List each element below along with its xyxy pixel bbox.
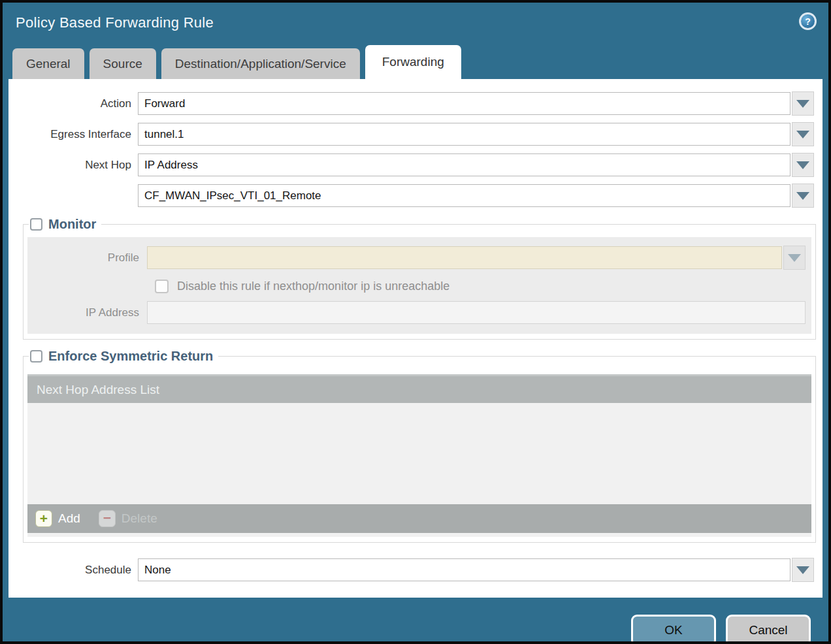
chevron-down-icon xyxy=(796,161,809,169)
minus-icon: − xyxy=(99,510,116,527)
disable-rule-label: Disable this rule if nexthop/monitor ip … xyxy=(177,280,449,293)
delete-button[interactable]: − Delete xyxy=(99,510,157,527)
plus-icon: + xyxy=(35,510,52,527)
monitor-section: Monitor Profile Disable this rule if nex… xyxy=(23,217,816,340)
monitor-legend: Monitor xyxy=(29,217,101,232)
enforce-symmetric-return-legend: Enforce Symmetric Return xyxy=(29,349,218,364)
disable-rule-row: Disable this rule if nexthop/monitor ip … xyxy=(155,280,811,293)
tab-bar: General Source Destination/Application/S… xyxy=(3,43,828,79)
next-hop-address-dropdown-button[interactable] xyxy=(792,184,814,208)
tab-destination-application-service[interactable]: Destination/Application/Service xyxy=(161,48,360,79)
help-icon[interactable]: ? xyxy=(799,12,817,30)
next-hop-type-input[interactable] xyxy=(138,153,790,176)
tab-forwarding[interactable]: Forwarding xyxy=(365,45,461,79)
egress-interface-dropdown-button[interactable] xyxy=(792,122,814,146)
action-dropdown-button[interactable] xyxy=(792,91,814,116)
chevron-down-icon xyxy=(796,100,809,108)
enforce-symmetric-return-checkbox[interactable] xyxy=(30,350,42,362)
next-hop-label: Next Hop xyxy=(8,159,138,172)
next-hop-address-table: Next Hop Address List + Add − Delete xyxy=(27,374,811,537)
next-hop-address-table-header: Next Hop Address List xyxy=(27,376,811,403)
schedule-row: Schedule xyxy=(8,558,814,582)
help-icon-glyph: ? xyxy=(801,14,815,28)
monitor-checkbox[interactable] xyxy=(30,218,42,231)
action-row: Action xyxy=(8,91,814,116)
ok-button[interactable]: OK xyxy=(631,615,716,644)
next-hop-type-dropdown-button[interactable] xyxy=(792,153,814,177)
dialog-title: Policy Based Forwarding Rule xyxy=(16,14,214,31)
table-bottom-strip xyxy=(27,533,811,537)
enforce-symmetric-return-section: Enforce Symmetric Return Next Hop Addres… xyxy=(23,349,816,543)
next-hop-address-table-body[interactable] xyxy=(27,403,811,504)
egress-interface-row: Egress Interface xyxy=(8,122,814,146)
policy-based-forwarding-dialog: Policy Based Forwarding Rule ? General S… xyxy=(0,0,831,644)
delete-button-label: Delete xyxy=(122,511,157,526)
schedule-dropdown-button[interactable] xyxy=(792,558,814,582)
next-hop-address-input[interactable] xyxy=(138,184,790,207)
chevron-down-icon xyxy=(788,254,801,262)
monitor-ip-address-label: IP Address xyxy=(27,306,147,319)
next-hop-address-table-footer: + Add − Delete xyxy=(27,504,811,533)
chevron-down-icon xyxy=(796,566,809,574)
disable-rule-checkbox[interactable] xyxy=(155,280,169,293)
add-button[interactable]: + Add xyxy=(35,510,80,527)
dialog-titlebar: Policy Based Forwarding Rule ? xyxy=(3,3,828,43)
monitor-ip-address-row: IP Address xyxy=(27,301,806,324)
enforce-symmetric-return-title: Enforce Symmetric Return xyxy=(48,349,213,364)
dialog-footer: OK Cancel xyxy=(3,598,828,644)
egress-interface-input[interactable] xyxy=(138,123,790,146)
monitor-panel: Profile Disable this rule if nexthop/mon… xyxy=(27,237,811,334)
profile-dropdown-button[interactable] xyxy=(783,246,806,270)
add-button-label: Add xyxy=(58,511,80,526)
chevron-down-icon xyxy=(796,131,809,138)
schedule-label: Schedule xyxy=(8,564,138,577)
next-hop-row: Next Hop xyxy=(8,153,814,177)
egress-interface-label: Egress Interface xyxy=(8,128,138,141)
forwarding-tab-panel: Action Egress Interface Next Hop xyxy=(8,79,823,598)
profile-input[interactable] xyxy=(147,246,782,269)
chevron-down-icon xyxy=(796,192,809,200)
schedule-input[interactable] xyxy=(138,558,790,581)
action-input[interactable] xyxy=(138,92,790,115)
action-label: Action xyxy=(8,97,138,110)
cancel-button[interactable]: Cancel xyxy=(726,615,811,644)
tab-source[interactable]: Source xyxy=(90,48,156,79)
profile-row: Profile xyxy=(27,246,806,270)
tab-general[interactable]: General xyxy=(12,48,84,79)
profile-label: Profile xyxy=(27,251,147,265)
monitor-ip-address-input[interactable] xyxy=(147,301,806,324)
monitor-section-title: Monitor xyxy=(48,217,96,232)
next-hop-address-row xyxy=(8,184,814,208)
